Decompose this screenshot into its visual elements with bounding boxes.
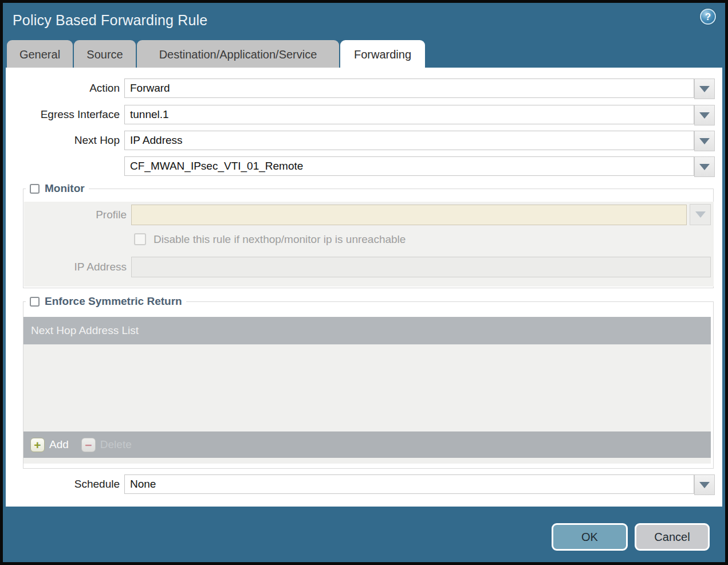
enforce-symmetric-return-title: Enforce Symmetric Return	[45, 295, 182, 308]
chevron-down-icon	[699, 482, 710, 488]
schedule-select[interactable]: None	[124, 474, 694, 494]
tab-bar: General Source Destination/Application/S…	[7, 40, 425, 68]
ok-button[interactable]: OK	[552, 523, 628, 551]
table-scroll-strip	[23, 458, 711, 464]
page-title: Policy Based Forwarding Rule	[13, 12, 207, 29]
next-hop-type-dropdown-button[interactable]	[694, 131, 715, 151]
next-hop-address-dropdown-button[interactable]	[694, 156, 715, 177]
monitor-checkbox[interactable]	[30, 184, 40, 194]
profile-dropdown-button	[690, 204, 711, 225]
plus-icon: +	[30, 438, 45, 452]
chevron-down-icon	[695, 211, 706, 218]
next-hop-label: Next Hop	[6, 131, 120, 150]
action-label: Action	[6, 79, 120, 98]
monitor-legend: Monitor	[26, 182, 89, 195]
monitor-group: Monitor Profile Disable this rule if nex…	[23, 189, 714, 288]
column-header-next-hop-address-list: Next Hop Address List	[23, 317, 711, 344]
monitor-ip-address-field	[131, 257, 711, 277]
disable-rule-label: Disable this rule if nexthop/monitor ip …	[154, 233, 406, 246]
minus-icon: −	[81, 438, 96, 452]
chevron-down-icon	[699, 86, 710, 92]
schedule-label: Schedule	[6, 474, 120, 494]
egress-interface-dropdown-button[interactable]	[694, 105, 715, 125]
chevron-down-icon	[699, 138, 710, 144]
screenshot-frame: Policy Based Forwarding Rule ? General S…	[0, 0, 728, 565]
schedule-dropdown-button[interactable]	[694, 474, 715, 495]
question-glyph: ?	[705, 12, 711, 22]
add-button[interactable]: + Add	[30, 438, 69, 452]
profile-field	[131, 205, 687, 225]
pbf-rule-dialog: Policy Based Forwarding Rule ? General S…	[3, 3, 725, 562]
chevron-down-icon	[699, 112, 710, 119]
cancel-button[interactable]: Cancel	[635, 523, 710, 551]
forwarding-tab-panel: Action Forward Egress Interface tunnel.1…	[6, 68, 722, 507]
action-select[interactable]: Forward	[124, 79, 694, 98]
tab-destination-application-service[interactable]: Destination/Application/Service	[137, 40, 339, 68]
delete-button: − Delete	[81, 438, 132, 452]
tab-general[interactable]: General	[7, 40, 73, 68]
action-dropdown-button[interactable]	[694, 79, 715, 99]
next-hop-address-select[interactable]: CF_MWAN_IPsec_VTI_01_Remote	[124, 156, 694, 176]
enforce-symmetric-return-checkbox[interactable]	[30, 297, 40, 307]
tab-source[interactable]: Source	[74, 40, 136, 68]
next-hop-type-select[interactable]: IP Address	[124, 131, 694, 150]
help-icon[interactable]: ?	[700, 9, 716, 25]
enforce-symmetric-return-legend: Enforce Symmetric Return	[26, 295, 186, 308]
delete-button-label: Delete	[100, 438, 132, 451]
tab-forwarding[interactable]: Forwarding	[340, 40, 425, 68]
profile-label: Profile	[23, 205, 127, 225]
monitor-ip-address-label: IP Address	[23, 257, 127, 277]
next-hop-address-table-toolbar: + Add − Delete	[23, 431, 711, 458]
disable-rule-checkbox	[134, 233, 146, 245]
monitor-title: Monitor	[45, 182, 85, 195]
next-hop-address-table-body	[23, 344, 711, 431]
egress-interface-select[interactable]: tunnel.1	[124, 105, 694, 124]
egress-interface-label: Egress Interface	[6, 105, 120, 124]
add-button-label: Add	[49, 438, 69, 451]
chevron-down-icon	[699, 164, 710, 170]
enforce-symmetric-return-group: Enforce Symmetric Return Next Hop Addres…	[23, 301, 714, 469]
